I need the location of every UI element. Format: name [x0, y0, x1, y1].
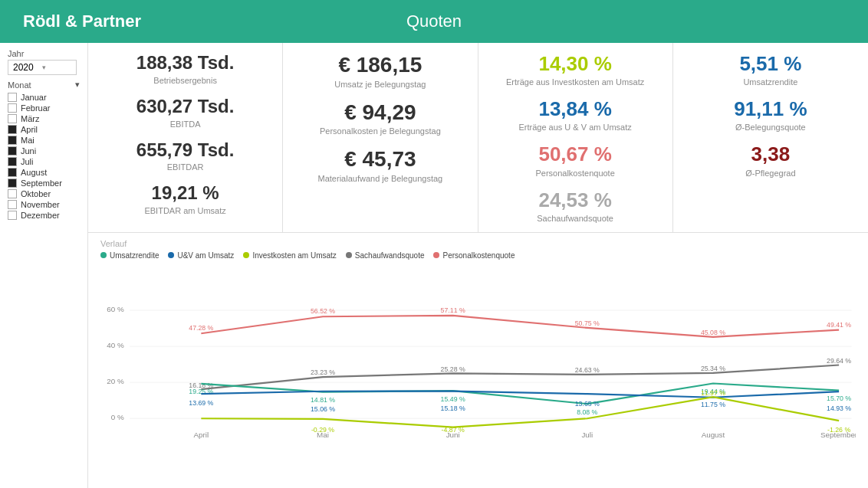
kpi-betriebsergebnis: 188,38 Tsd. Betriebsergebnis — [100, 52, 270, 85]
svg-text:15.49 %: 15.49 % — [441, 395, 465, 403]
svg-text:0 %: 0 % — [111, 413, 124, 421]
month-item-februar[interactable]: Februar — [8, 103, 80, 113]
svg-text:April: April — [193, 431, 209, 439]
kpi-col-1: 188,38 Tsd. Betriebsergebnis 630,27 Tsd.… — [88, 43, 283, 232]
svg-text:29.64 %: 29.64 % — [827, 357, 851, 365]
month-checkbox-januar[interactable] — [8, 93, 17, 102]
kpi-ebitdar-umsatz-value: 19,21 % — [152, 182, 219, 205]
month-label-april: April — [21, 125, 38, 134]
svg-text:14.93 %: 14.93 % — [827, 404, 851, 412]
month-checkbox-juni[interactable] — [8, 146, 17, 156]
monat-label: Monat ▾ — [8, 80, 80, 90]
kpi-col-2: € 186,15 Umsatz je Belegungstag € 94,29 … — [283, 43, 478, 232]
month-item-januar[interactable]: Januar — [8, 93, 80, 102]
kpi-umsatz-belegung-label: Umsatz je Belegungstag — [334, 80, 426, 89]
kpi-betriebsergebnis-label: Betriebsergebnis — [153, 76, 217, 85]
chart-legend: Umsatzrendite U&V am Umsatz Investkosten… — [100, 251, 856, 260]
kpi-investkosten: 14,30 % Erträge aus Investkosten am Umsa… — [491, 52, 660, 87]
page-title: Quoten — [297, 11, 570, 31]
svg-text:13.69 %: 13.69 % — [189, 398, 213, 406]
kpi-ebitdar-label: EBITDAR — [167, 162, 204, 172]
kpi-ebitdar-value: 655,79 Tsd. — [136, 139, 235, 162]
svg-text:24.63 %: 24.63 % — [575, 366, 600, 374]
legend-sachaufwand: Sachaufwandsquote — [346, 251, 425, 260]
month-label-märz: März — [21, 114, 39, 123]
kpi-investkosten-label: Erträge aus Investkosten am Umsatz — [506, 77, 644, 87]
svg-text:23.23 %: 23.23 % — [311, 368, 335, 376]
month-item-august[interactable]: August — [8, 168, 80, 177]
month-checkbox-mai[interactable] — [8, 136, 17, 145]
chart-svg: 60 % 40 % 20 % 0 % April Mai Juni Ju — [100, 264, 856, 482]
chart-area: Verlauf Umsatzrendite U&V am Umsatz Inve… — [88, 233, 868, 488]
month-list: JanuarFebruarMärzAprilMaiJuniJuliAugustS… — [8, 93, 80, 220]
svg-text:25.28 %: 25.28 % — [441, 365, 465, 373]
svg-text:56.52 %: 56.52 % — [311, 307, 335, 315]
jahr-label: Jahr — [8, 49, 80, 58]
month-item-oktober[interactable]: Oktober — [8, 189, 80, 198]
kpi-betriebsergebnis-value: 188,38 Tsd. — [136, 52, 235, 74]
kpi-pflegegrad: 3,38 Ø-Pflegegrad — [686, 142, 856, 177]
month-checkbox-september[interactable] — [8, 178, 17, 188]
kpi-ebitdar-umsatz-label: EBITDAR am Umsatz — [144, 206, 225, 215]
kpi-grid: 188,38 Tsd. Betriebsergebnis 630,27 Tsd.… — [88, 43, 868, 233]
svg-text:August: August — [702, 431, 725, 439]
month-item-september[interactable]: September — [8, 178, 80, 188]
kpi-belegungsquote-label: Ø-Belegungsquote — [735, 123, 806, 132]
chart-title: Verlauf — [100, 239, 856, 248]
kpi-ebitda-label: EBITDA — [170, 120, 201, 129]
kpi-pflegegrad-value: 3,38 — [751, 142, 791, 166]
month-item-juli[interactable]: Juli — [8, 157, 80, 166]
legend-umsatzrendite: Umsatzrendite — [100, 251, 159, 260]
month-item-juni[interactable]: Juni — [8, 146, 80, 156]
svg-text:-0.29 %: -0.29 % — [311, 425, 334, 433]
kpi-uv-umsatz: 13,84 % Erträge aus U & V am Umsatz — [491, 97, 660, 132]
header: Rödl & Partner Quoten — [0, 0, 868, 43]
kpi-uv-umsatz-label: Erträge aus U & V am Umsatz — [518, 123, 631, 132]
kpi-ebitdar: 655,79 Tsd. EBITDAR — [100, 139, 270, 172]
svg-text:15.18 %: 15.18 % — [441, 404, 465, 412]
kpi-ebitda-value: 630,27 Tsd. — [136, 96, 235, 118]
month-checkbox-oktober[interactable] — [8, 189, 17, 198]
month-label-oktober: Oktober — [21, 189, 51, 198]
month-checkbox-november[interactable] — [8, 200, 17, 209]
main-content: Jahr 2020 ▾ Monat ▾ JanuarFebruarMärzApr… — [0, 43, 868, 488]
jahr-value: 2020 — [13, 62, 42, 73]
month-item-april[interactable]: April — [8, 125, 80, 134]
svg-text:14.81 %: 14.81 % — [311, 396, 335, 404]
month-checkbox-april[interactable] — [8, 125, 17, 134]
svg-text:15.70 %: 15.70 % — [827, 395, 851, 402]
legend-uv: U&V am Umsatz — [168, 251, 234, 260]
svg-text:49.41 %: 49.41 % — [827, 321, 851, 329]
chevron-down-icon: ▾ — [42, 64, 71, 71]
month-item-mai[interactable]: Mai — [8, 136, 80, 145]
svg-text:Juli: Juli — [581, 431, 593, 439]
month-checkbox-august[interactable] — [8, 168, 17, 177]
month-checkbox-märz[interactable] — [8, 114, 17, 123]
month-item-november[interactable]: November — [8, 200, 80, 209]
sidebar: Jahr 2020 ▾ Monat ▾ JanuarFebruarMärzApr… — [0, 43, 88, 488]
kpi-umsatzrendite-value: 5,51 % — [739, 52, 801, 76]
month-label-august: August — [21, 168, 47, 177]
kpi-umsatz-belegung: € 186,15 Umsatz je Belegungstag — [295, 52, 465, 89]
kpi-personalkosten: 50,67 % Personalkostenquote — [491, 142, 660, 177]
kpi-belegungsquote: 91,11 % Ø-Belegungsquote — [686, 97, 856, 132]
kpi-sachaufwand-value: 24,53 % — [538, 188, 611, 212]
month-label-februar: Februar — [21, 103, 51, 113]
jahr-dropdown[interactable]: 2020 ▾ — [8, 60, 77, 75]
month-checkbox-dezember[interactable] — [8, 211, 17, 220]
month-item-märz[interactable]: März — [8, 114, 80, 123]
month-checkbox-juli[interactable] — [8, 157, 17, 166]
svg-text:25.34 %: 25.34 % — [701, 365, 725, 372]
kpi-area: 188,38 Tsd. Betriebsergebnis 630,27 Tsd.… — [88, 43, 868, 488]
chart-wrapper: 60 % 40 % 20 % 0 % April Mai Juni Ju — [100, 264, 856, 482]
svg-text:13.65 %: 13.65 % — [575, 400, 600, 408]
legend-dot-sachaufwand — [346, 252, 352, 258]
month-checkbox-februar[interactable] — [8, 103, 17, 113]
kpi-col-3: 14,30 % Erträge aus Investkosten am Umsa… — [478, 43, 673, 232]
svg-text:57.11 %: 57.11 % — [441, 306, 465, 314]
kpi-personal-belegung: € 94,29 Personalkosten je Belegungstag — [295, 100, 465, 136]
month-item-dezember[interactable]: Dezember — [8, 211, 80, 220]
kpi-investkosten-value: 14,30 % — [538, 52, 611, 76]
kpi-sachaufwand: 24,53 % Sachaufwandsquote — [491, 188, 660, 223]
legend-investkosten: Investkosten am Umsatz — [243, 251, 336, 260]
